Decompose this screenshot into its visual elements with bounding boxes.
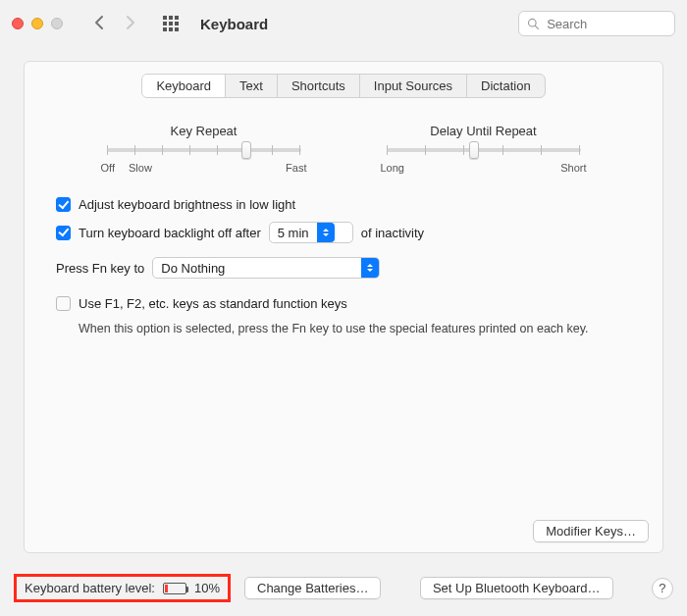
- tab-input-sources[interactable]: Input Sources: [360, 75, 467, 97]
- key-repeat-group: Key Repeat OffSlow Fast: [101, 124, 307, 174]
- tab-bar: Keyboard Text Shortcuts Input Sources Di…: [141, 74, 545, 98]
- key-repeat-label: Key Repeat: [101, 124, 307, 138]
- fnkeys-checkbox[interactable]: [56, 296, 71, 311]
- search-input[interactable]: [545, 16, 666, 32]
- footer: Keyboard battery level: 10% Change Batte…: [0, 562, 687, 616]
- modifier-keys-button[interactable]: Modifier Keys…: [533, 520, 649, 542]
- key-repeat-slider[interactable]: [107, 148, 301, 152]
- minimize-window-button[interactable]: [31, 18, 43, 29]
- back-button[interactable]: [92, 15, 108, 33]
- chevron-updown-icon: [317, 223, 335, 242]
- fnkeys-help: When this option is selected, press the …: [79, 321, 631, 338]
- backlight-suffix: of inactivity: [361, 226, 424, 240]
- search-icon: [527, 17, 539, 30]
- tab-keyboard[interactable]: Keyboard: [142, 75, 226, 97]
- zoom-window-button[interactable]: [51, 18, 63, 29]
- search-field[interactable]: [518, 11, 675, 36]
- fnkeys-label: Use F1, F2, etc. keys as standard functi…: [79, 296, 347, 311]
- fn-label: Press Fn key to: [56, 261, 144, 276]
- change-batteries-button[interactable]: Change Batteries…: [244, 577, 381, 599]
- chevron-updown-icon: [361, 258, 379, 278]
- titlebar: Keyboard: [0, 0, 687, 47]
- battery-status-highlight: Keyboard battery level: 10%: [14, 574, 231, 602]
- backlight-prefix: Turn keyboard backlight off after: [79, 226, 261, 240]
- tab-text[interactable]: Text: [226, 75, 278, 97]
- help-button[interactable]: ?: [652, 578, 673, 599]
- delay-knob[interactable]: [469, 141, 479, 159]
- window-controls: [12, 18, 63, 29]
- battery-icon: [163, 583, 186, 594]
- backlight-checkbox[interactable]: [56, 226, 71, 240]
- battery-label: Keyboard battery level:: [25, 581, 155, 595]
- settings-panel: Keyboard Text Shortcuts Input Sources Di…: [24, 61, 663, 553]
- battery-fill: [165, 585, 168, 592]
- options-area: Adjust keyboard brightness in low light …: [25, 174, 662, 338]
- nav-buttons: [92, 15, 137, 33]
- backlight-select[interactable]: 5 min: [269, 222, 353, 243]
- setup-bluetooth-button[interactable]: Set Up Bluetooth Keyboard…: [420, 577, 613, 599]
- window-title: Keyboard: [200, 16, 268, 32]
- battery-percent: 10%: [194, 581, 220, 595]
- delay-label: Delay Until Repeat: [381, 124, 587, 138]
- forward-button[interactable]: [122, 15, 137, 33]
- show-all-icon[interactable]: [163, 16, 179, 31]
- delay-slider[interactable]: [387, 148, 581, 152]
- tab-dictation[interactable]: Dictation: [467, 75, 545, 97]
- delay-group: Delay Until Repeat Long Short: [381, 124, 587, 174]
- svg-line-1: [535, 26, 538, 28]
- fn-select[interactable]: Do Nothing: [152, 257, 380, 279]
- sliders-row: Key Repeat OffSlow Fast Delay Until Repe…: [25, 124, 662, 174]
- brightness-checkbox[interactable]: [56, 197, 71, 212]
- brightness-label: Adjust keyboard brightness in low light: [79, 197, 295, 212]
- key-repeat-knob[interactable]: [241, 141, 251, 159]
- tab-shortcuts[interactable]: Shortcuts: [278, 75, 360, 97]
- close-window-button[interactable]: [12, 18, 24, 29]
